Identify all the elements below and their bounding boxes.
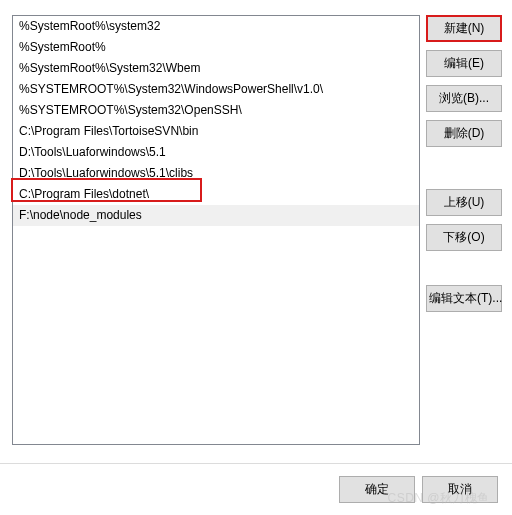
path-list-item[interactable]: F:\node\node_modules [13,205,419,226]
path-list-item[interactable]: D:\Tools\Luaforwindows\5.1 [13,142,419,163]
cancel-button[interactable]: 取消 [422,476,498,503]
edit-button[interactable]: 编辑(E) [426,50,502,77]
path-listbox[interactable]: %SystemRoot%\system32%SystemRoot%%System… [12,15,420,445]
move-up-button[interactable]: 上移(U) [426,189,502,216]
path-list-item[interactable]: C:\Program Files\TortoiseSVN\bin [13,121,419,142]
path-list-item[interactable]: C:\Program Files\dotnet\ [13,184,419,205]
path-list-item[interactable]: D:\Tools\Luaforwindows\5.1\clibs [13,163,419,184]
action-button-column: 新建(N) 编辑(E) 浏览(B)... 删除(D) 上移(U) 下移(O) 编… [426,15,502,320]
edit-text-button[interactable]: 编辑文本(T)... [426,285,502,312]
ok-button[interactable]: 确定 [339,476,415,503]
browse-button[interactable]: 浏览(B)... [426,85,502,112]
dialog-footer: 确定 取消 CSDN @秋刀槐鱼 [0,463,512,515]
env-var-edit-panel: %SystemRoot%\system32%SystemRoot%%System… [0,0,512,515]
delete-button[interactable]: 删除(D) [426,120,502,147]
new-button[interactable]: 新建(N) [426,15,502,42]
path-list-item[interactable]: %SYSTEMROOT%\System32\WindowsPowerShell\… [13,79,419,100]
path-list-item[interactable]: %SystemRoot%\system32 [13,16,419,37]
path-list-item[interactable]: %SYSTEMROOT%\System32\OpenSSH\ [13,100,419,121]
path-list-item[interactable]: %SystemRoot%\System32\Wbem [13,58,419,79]
move-down-button[interactable]: 下移(O) [426,224,502,251]
path-list-item[interactable]: %SystemRoot% [13,37,419,58]
